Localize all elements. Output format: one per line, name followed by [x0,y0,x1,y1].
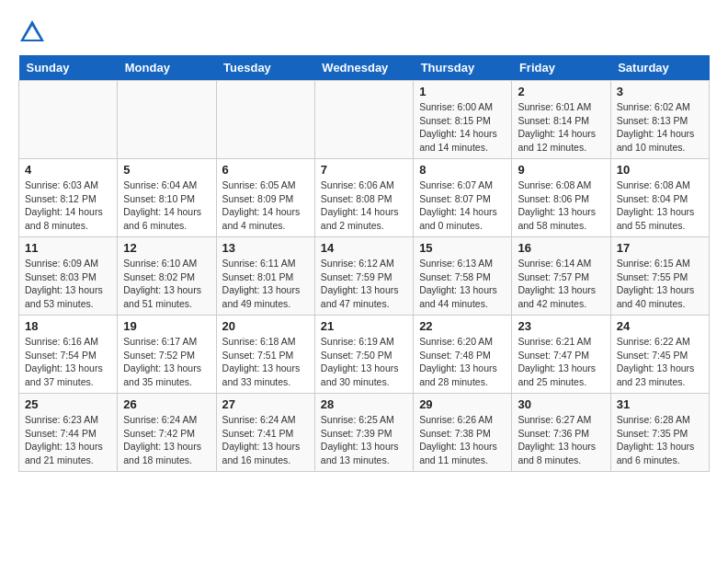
weekday-header-row: SundayMondayTuesdayWednesdayThursdayFrid… [19,55,710,81]
day-number: 15 [419,241,506,255]
day-info: Sunrise: 6:21 AM Sunset: 7:47 PM Dayligh… [518,335,604,389]
day-info: Sunrise: 6:15 AM Sunset: 7:55 PM Dayligh… [617,257,703,311]
day-info: Sunrise: 6:25 AM Sunset: 7:39 PM Dayligh… [321,413,407,467]
calendar-cell: 7Sunrise: 6:06 AM Sunset: 8:08 PM Daylig… [314,159,413,237]
calendar-cell: 16Sunrise: 6:14 AM Sunset: 7:57 PM Dayli… [512,237,610,316]
day-info: Sunrise: 6:17 AM Sunset: 7:52 PM Dayligh… [123,335,210,389]
calendar-cell: 10Sunrise: 6:08 AM Sunset: 8:04 PM Dayli… [610,159,709,237]
day-number: 29 [419,397,506,411]
calendar-cell: 31Sunrise: 6:28 AM Sunset: 7:35 PM Dayli… [610,394,709,472]
day-number: 10 [617,163,703,177]
day-number: 16 [518,241,604,255]
calendar-cell: 6Sunrise: 6:05 AM Sunset: 8:09 PM Daylig… [216,159,314,237]
day-info: Sunrise: 6:02 AM Sunset: 8:13 PM Dayligh… [617,100,703,155]
day-info: Sunrise: 6:12 AM Sunset: 7:59 PM Dayligh… [321,257,407,311]
day-info: Sunrise: 6:07 AM Sunset: 8:07 PM Dayligh… [419,178,506,233]
week-row-1: 1Sunrise: 6:00 AM Sunset: 8:15 PM Daylig… [19,81,710,159]
day-info: Sunrise: 6:26 AM Sunset: 7:38 PM Dayligh… [419,413,506,467]
calendar-cell: 22Sunrise: 6:20 AM Sunset: 7:48 PM Dayli… [414,316,512,394]
weekday-header-friday: Friday [512,55,610,81]
day-number: 6 [222,163,309,177]
calendar-table: SundayMondayTuesdayWednesdayThursdayFrid… [18,55,710,472]
calendar-cell [118,81,216,159]
calendar-cell: 12Sunrise: 6:10 AM Sunset: 8:02 PM Dayli… [118,237,216,316]
day-info: Sunrise: 6:27 AM Sunset: 7:36 PM Dayligh… [518,413,604,467]
day-number: 2 [518,85,604,98]
day-info: Sunrise: 6:14 AM Sunset: 7:57 PM Dayligh… [518,257,604,311]
day-number: 4 [25,163,111,177]
calendar-cell [216,81,314,159]
day-number: 18 [25,319,111,333]
day-info: Sunrise: 6:08 AM Sunset: 8:06 PM Dayligh… [518,178,604,233]
day-info: Sunrise: 6:28 AM Sunset: 7:35 PM Dayligh… [617,413,703,467]
day-number: 9 [518,163,604,177]
day-info: Sunrise: 6:24 AM Sunset: 7:41 PM Dayligh… [222,413,309,467]
day-number: 14 [321,241,407,255]
day-number: 8 [419,163,506,177]
day-number: 31 [617,397,703,411]
calendar-cell: 24Sunrise: 6:22 AM Sunset: 7:45 PM Dayli… [610,316,709,394]
day-number: 19 [123,319,210,333]
week-row-4: 18Sunrise: 6:16 AM Sunset: 7:54 PM Dayli… [19,316,710,394]
calendar-cell [19,81,118,159]
weekday-header-thursday: Thursday [414,55,512,81]
day-number: 20 [222,319,309,333]
weekday-header-saturday: Saturday [610,55,709,81]
day-number: 1 [419,85,506,98]
calendar-cell: 27Sunrise: 6:24 AM Sunset: 7:41 PM Dayli… [216,394,314,472]
calendar-cell: 17Sunrise: 6:15 AM Sunset: 7:55 PM Dayli… [610,237,709,316]
week-row-5: 25Sunrise: 6:23 AM Sunset: 7:44 PM Dayli… [19,394,710,472]
day-number: 11 [25,241,111,255]
week-row-3: 11Sunrise: 6:09 AM Sunset: 8:03 PM Dayli… [19,237,710,316]
calendar-cell: 26Sunrise: 6:24 AM Sunset: 7:42 PM Dayli… [118,394,216,472]
day-info: Sunrise: 6:16 AM Sunset: 7:54 PM Dayligh… [25,335,111,389]
day-number: 27 [222,397,309,411]
day-number: 28 [321,397,407,411]
day-info: Sunrise: 6:11 AM Sunset: 8:01 PM Dayligh… [222,257,309,311]
weekday-header-tuesday: Tuesday [216,55,314,81]
calendar-cell: 29Sunrise: 6:26 AM Sunset: 7:38 PM Dayli… [414,394,512,472]
day-info: Sunrise: 6:06 AM Sunset: 8:08 PM Dayligh… [321,178,407,233]
calendar-cell: 14Sunrise: 6:12 AM Sunset: 7:59 PM Dayli… [314,237,413,316]
day-number: 3 [617,85,703,98]
calendar-cell: 1Sunrise: 6:00 AM Sunset: 8:15 PM Daylig… [414,81,512,159]
day-info: Sunrise: 6:24 AM Sunset: 7:42 PM Dayligh… [123,413,210,467]
calendar-cell: 13Sunrise: 6:11 AM Sunset: 8:01 PM Dayli… [216,237,314,316]
calendar-cell: 15Sunrise: 6:13 AM Sunset: 7:58 PM Dayli… [414,237,512,316]
day-info: Sunrise: 6:10 AM Sunset: 8:02 PM Dayligh… [123,257,210,311]
day-number: 17 [617,241,703,255]
calendar-cell: 20Sunrise: 6:18 AM Sunset: 7:51 PM Dayli… [216,316,314,394]
day-info: Sunrise: 6:01 AM Sunset: 8:14 PM Dayligh… [518,100,604,155]
day-info: Sunrise: 6:00 AM Sunset: 8:15 PM Dayligh… [419,100,506,155]
day-number: 12 [123,241,210,255]
logo [18,18,50,46]
day-number: 23 [518,319,604,333]
calendar-cell: 18Sunrise: 6:16 AM Sunset: 7:54 PM Dayli… [19,316,118,394]
day-number: 21 [321,319,407,333]
day-info: Sunrise: 6:09 AM Sunset: 8:03 PM Dayligh… [25,257,111,311]
calendar-cell: 21Sunrise: 6:19 AM Sunset: 7:50 PM Dayli… [314,316,413,394]
day-number: 7 [321,163,407,177]
day-number: 13 [222,241,309,255]
day-number: 22 [419,319,506,333]
calendar-cell: 28Sunrise: 6:25 AM Sunset: 7:39 PM Dayli… [314,394,413,472]
day-number: 24 [617,319,703,333]
calendar-cell: 23Sunrise: 6:21 AM Sunset: 7:47 PM Dayli… [512,316,610,394]
day-info: Sunrise: 6:18 AM Sunset: 7:51 PM Dayligh… [222,335,309,389]
day-info: Sunrise: 6:04 AM Sunset: 8:10 PM Dayligh… [123,178,210,233]
day-info: Sunrise: 6:08 AM Sunset: 8:04 PM Dayligh… [617,178,703,233]
calendar-cell: 9Sunrise: 6:08 AM Sunset: 8:06 PM Daylig… [512,159,610,237]
day-info: Sunrise: 6:22 AM Sunset: 7:45 PM Dayligh… [617,335,703,389]
weekday-header-wednesday: Wednesday [314,55,413,81]
day-number: 25 [25,397,111,411]
day-info: Sunrise: 6:23 AM Sunset: 7:44 PM Dayligh… [25,413,111,467]
weekday-header-sunday: Sunday [19,55,118,81]
day-number: 5 [123,163,210,177]
week-row-2: 4Sunrise: 6:03 AM Sunset: 8:12 PM Daylig… [19,159,710,237]
calendar-cell: 2Sunrise: 6:01 AM Sunset: 8:14 PM Daylig… [512,81,610,159]
calendar-cell: 4Sunrise: 6:03 AM Sunset: 8:12 PM Daylig… [19,159,118,237]
calendar-cell: 19Sunrise: 6:17 AM Sunset: 7:52 PM Dayli… [118,316,216,394]
calendar-cell: 5Sunrise: 6:04 AM Sunset: 8:10 PM Daylig… [118,159,216,237]
day-info: Sunrise: 6:13 AM Sunset: 7:58 PM Dayligh… [419,257,506,311]
day-info: Sunrise: 6:03 AM Sunset: 8:12 PM Dayligh… [25,178,111,233]
